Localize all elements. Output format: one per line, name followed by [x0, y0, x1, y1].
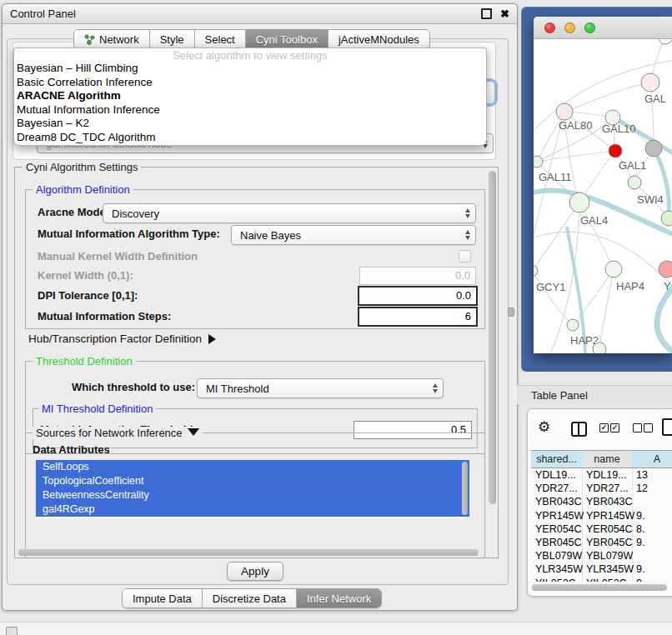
table-row[interactable]: YBR043CYBR043C — [531, 495, 672, 508]
sources-legend-wrap[interactable]: Sources for Network Inference — [33, 427, 203, 439]
tab-network[interactable]: Network — [74, 30, 150, 48]
expanded-arrow-icon — [188, 428, 199, 436]
network-node-gcy1[interactable] — [534, 265, 538, 277]
mac-minimize-icon[interactable] — [564, 22, 575, 33]
network-node-hap4[interactable] — [605, 261, 622, 278]
tab-jactivemnodules[interactable]: jActiveMNodules — [328, 30, 429, 48]
table-cell: YBR045C — [586, 536, 633, 549]
network-view-window: GALGAL80GAL10GAL1GAL11GAL4SWI4GCY1HAP4YH… — [534, 17, 672, 353]
table-panel-titlebar: Table Panel — [517, 385, 672, 404]
node-label: SWI4 — [637, 193, 664, 206]
dpi-tolerance-label: DPI Tolerance [0,1]: — [38, 289, 138, 302]
table-cell: YBL079W — [535, 549, 582, 562]
network-node-y[interactable] — [659, 261, 672, 278]
node-label: GAL10 — [602, 122, 635, 135]
close-icon[interactable]: ✖ — [500, 10, 509, 18]
node-label: GAL1 — [619, 159, 646, 172]
algorithm-option-aracne-algorithm[interactable]: ARACNE Algorithm — [14, 89, 486, 103]
new-table-icon[interactable] — [662, 418, 672, 436]
table-row[interactable]: YPR145WYPR145W9. — [531, 509, 672, 522]
data-attributes-list[interactable]: SelfLoopsTopologicalCoefficientBetweenne… — [36, 460, 469, 518]
network-node-gal[interactable] — [641, 73, 659, 92]
network-node[interactable] — [645, 140, 662, 157]
table-row[interactable]: YBL079WYBL079W — [531, 549, 672, 562]
column-header-shared[interactable]: shared... — [531, 451, 583, 468]
checked-box-icon[interactable]: ✓ — [599, 423, 609, 432]
table-cell: YDR27... — [535, 482, 578, 495]
algorithm-dropdown-popup: Select algorithm to view settings Bayesi… — [13, 48, 487, 146]
network-canvas[interactable]: GALGAL80GAL10GAL1GAL11GAL4SWI4GCY1HAP4YH… — [534, 39, 672, 353]
which-threshold-combobox[interactable]: MI Threshold — [197, 378, 444, 398]
network-node-gal1[interactable] — [628, 176, 641, 189]
tab-impute-data[interactable]: Impute Data — [123, 589, 203, 608]
settings-horizontal-scrollbar[interactable] — [18, 549, 479, 556]
table-cell: 12 — [636, 482, 648, 495]
settings-vertical-scrollbar[interactable] — [489, 171, 496, 504]
network-node-gal4[interactable] — [569, 192, 589, 212]
network-edge[interactable] — [599, 269, 614, 349]
mi-steps-field[interactable]: 6 — [358, 307, 478, 327]
table-row[interactable]: YIL052CYIL052C9. — [531, 577, 672, 582]
node-label: GAL11 — [539, 171, 572, 183]
attribute-item-selfloops[interactable]: SelfLoops — [36, 460, 469, 474]
network-edge[interactable] — [564, 82, 650, 112]
table-row[interactable]: YER054CYER054C8. — [531, 522, 672, 536]
aracne-mode-label: Aracne Mode: — [38, 206, 109, 218]
mac-close-icon[interactable] — [544, 22, 555, 33]
tab-label: Discretize Data — [213, 592, 286, 605]
network-node[interactable] — [609, 144, 622, 158]
network-edge-thick[interactable] — [654, 148, 669, 218]
table-row[interactable]: YBR045CYBR045C9. — [531, 536, 672, 549]
algorithm-option-dream8-dc-tdc-algorithm[interactable]: Dream8 DC_TDC Algorithm — [14, 131, 486, 145]
mac-zoom-icon[interactable] — [584, 22, 595, 33]
hub-section-header[interactable]: Hub/Transcription Factor Definition — [28, 332, 216, 345]
tab-label: Cyni Toolbox — [256, 33, 318, 46]
table-row[interactable]: YLR345WYLR345W9. — [531, 562, 672, 576]
algorithm-option-basic-correlation-inference[interactable]: Basic Correlation Inference — [14, 76, 486, 90]
tab-infer-network[interactable]: Infer Network — [297, 589, 381, 608]
column-header-a[interactable]: A — [632, 451, 672, 468]
tab-style[interactable]: Style — [150, 30, 195, 48]
algorithm-option-mutual-information-inference[interactable]: Mutual Information Inference — [14, 103, 486, 118]
attribute-item-topologicalcoefficient[interactable]: TopologicalCoefficient — [36, 474, 469, 488]
network-edge-thick[interactable] — [657, 282, 672, 352]
gear-icon[interactable]: ⚙ — [538, 420, 550, 434]
split-columns-icon[interactable] — [571, 422, 587, 437]
network-node-gal80[interactable] — [556, 103, 573, 120]
status-strip — [0, 622, 672, 635]
attribute-item-betweennesscentrality[interactable]: BetweennessCentrality — [36, 488, 469, 502]
control-panel-tabbar: NetworkStyleSelectCyni ToolboxjActiveMNo… — [73, 29, 430, 49]
tab-discretize-data[interactable]: Discretize Data — [203, 589, 297, 608]
table-horizontal-scrollbar[interactable] — [532, 584, 667, 591]
network-node-hap2[interactable] — [567, 319, 579, 331]
hub-section-label: Hub/Transcription Factor Definition — [28, 332, 202, 345]
float-window-icon[interactable] — [481, 8, 492, 19]
minimized-panel-icon[interactable] — [6, 627, 18, 635]
tab-select[interactable]: Select — [195, 30, 246, 48]
kernel-width-field[interactable]: 0.0 — [359, 267, 476, 285]
node-label: Y — [664, 280, 671, 292]
network-node-swi4[interactable] — [661, 211, 672, 226]
network-edge[interactable] — [534, 271, 573, 325]
mi-algorithm-type-combobox[interactable]: Naive Bayes — [231, 225, 476, 245]
unchecked-box-icon[interactable] — [644, 423, 653, 432]
network-node[interactable] — [658, 39, 672, 44]
unchecked-box-icon[interactable] — [633, 423, 642, 432]
dpi-tolerance-field[interactable]: 0.0 — [358, 286, 478, 306]
tab-cyni-toolbox[interactable]: Cyni Toolbox — [246, 30, 328, 48]
aracne-mode-combobox[interactable]: Discovery — [103, 203, 476, 223]
network-node[interactable] — [593, 342, 606, 353]
network-icon — [84, 34, 95, 45]
table-row[interactable]: YDL19...YDL19...13 — [531, 468, 672, 482]
list-vertical-scrollbar[interactable] — [462, 462, 468, 515]
table-row[interactable]: YDR27...YDR27...12 — [531, 482, 672, 495]
apply-button[interactable]: Apply — [227, 562, 283, 581]
network-node-gal11[interactable] — [534, 156, 543, 168]
algorithm-option-bayesian-hill-climbing[interactable]: Bayesian – Hill Climbing — [14, 62, 486, 76]
attribute-item-gal4rgexp[interactable]: gal4RGexp — [36, 502, 469, 517]
column-header-name[interactable]: name — [582, 451, 633, 468]
split-pane-grabber[interactable] — [508, 308, 514, 317]
checked-box-icon[interactable]: ✓ — [610, 423, 619, 432]
algorithm-option-bayesian-k2[interactable]: Bayesian – K2 — [14, 117, 486, 131]
manual-kernel-width-checkbox[interactable] — [459, 250, 471, 262]
